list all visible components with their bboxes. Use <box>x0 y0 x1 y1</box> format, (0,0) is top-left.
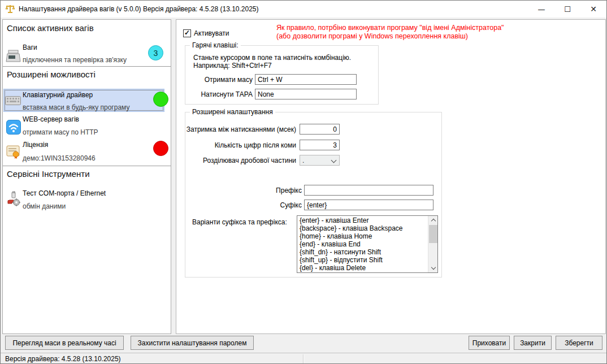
variants-label: Варіанти суфікса та префікса: <box>185 218 293 226</box>
suffix-label: Суфікс <box>185 201 302 209</box>
sidebar-header-service-tools: Сервісні Інструменти <box>7 169 90 179</box>
get-mass-hotkey-input[interactable] <box>255 74 357 85</box>
scales-app-icon <box>5 4 15 14</box>
sidebar-item-title: Ліцензія <box>23 141 48 149</box>
list-item[interactable]: {shift_up} - відпустити Shift <box>297 256 428 264</box>
hide-button[interactable]: Приховати <box>469 336 510 350</box>
list-item[interactable]: {F1}...{F12} - функціональні клавіші <box>297 272 428 272</box>
status-bar: Версія драйвера: 4.5.28 (13.10.2025) <box>1 353 606 364</box>
app-window: Налаштування драйвера вагів (v 5.0.0) Ве… <box>0 0 607 364</box>
sidebar-header-advanced: Розширені можливості <box>7 70 96 79</box>
decimal-separator-value: . <box>302 157 304 164</box>
driver-version-status: Версія драйвера: 4.5.28 (13.10.2025) <box>5 355 121 363</box>
advanced-settings-group: Розширені налаштування Затримка між нати… <box>185 112 442 278</box>
sidebar-item-subtitle: вставка маси в будь-яку програму <box>23 103 129 111</box>
tare-hotkey-input[interactable] <box>255 89 357 99</box>
window-controls: — ☐ ✕ <box>528 1 606 18</box>
variants-scrollbar[interactable] <box>428 216 437 272</box>
scroll-up-icon[interactable] <box>428 216 438 224</box>
list-item[interactable]: {end} - клавіша End <box>297 240 428 248</box>
sidebar-item-subtitle: демо:1WIN3153280946 <box>23 154 96 162</box>
sidebar-item-title: Клавіатурний драйвер <box>23 91 93 99</box>
activate-checkbox[interactable] <box>183 29 191 37</box>
view-mass-realtime-button[interactable]: Перегляд маси в реальному часі <box>5 336 124 350</box>
sidebar-divider <box>3 66 171 67</box>
get-mass-label: Отримати масу <box>185 76 253 84</box>
hotkeys-hint-1: Станьте курсором в поле та натисніть ком… <box>193 54 351 62</box>
sidebar-item-subtitle: підключення та перевірка зв'язку <box>23 56 127 64</box>
hotkeys-group-title: Гарячі клавіші: <box>190 41 241 49</box>
variants-list: {enter} - клавіша Enter {backspace} - кл… <box>297 216 428 272</box>
sidebar-item-title: Тест COM-порта / Ethernet <box>23 189 106 197</box>
delay-input[interactable] <box>300 124 340 135</box>
maximize-button[interactable]: ☐ <box>554 1 580 18</box>
com-port-icon <box>6 191 22 209</box>
prefix-input[interactable] <box>304 185 433 196</box>
scroll-down-icon[interactable] <box>428 264 438 272</box>
suffix-input[interactable] <box>304 200 433 210</box>
close-button[interactable]: ✕ <box>580 1 606 18</box>
sidebar-item-subtitle: отримати масу по HTTP <box>23 128 98 136</box>
tare-label: Натиснути ТАРА <box>185 90 253 98</box>
sidebar-item-title: WEB-сервер вагів <box>23 115 79 123</box>
minimize-button[interactable]: — <box>528 1 554 18</box>
main-panel: Активувати Як правило, потрбіно виконува… <box>176 19 606 334</box>
list-item[interactable]: {del} - клавіша Delete <box>297 264 428 272</box>
variants-listbox[interactable]: {enter} - клавіша Enter {backspace} - кл… <box>297 215 438 273</box>
activate-label: Активувати <box>194 29 229 37</box>
list-item[interactable]: {shift_dn} - натсинути Shift <box>297 248 428 256</box>
sidebar-divider <box>3 166 171 166</box>
protect-settings-button[interactable]: Захистити налаштування паролем <box>131 336 254 350</box>
hotkeys-group: Гарячі клавіші: Станьте курсором в поле … <box>185 45 379 105</box>
digits-label: Кількість цифр після коми <box>185 141 296 149</box>
window-title: Налаштування драйвера вагів (v 5.0.0) Ве… <box>19 1 259 18</box>
close-window-button[interactable]: Закрити <box>514 336 552 350</box>
title-bar: Налаштування драйвера вагів (v 5.0.0) Ве… <box>1 1 606 18</box>
wifi-icon <box>6 120 21 137</box>
sidebar-item-title: Ваги <box>23 44 37 51</box>
certificate-icon <box>6 145 21 162</box>
digits-input[interactable] <box>300 140 340 150</box>
scales-count-badge: 3 <box>148 45 163 60</box>
delay-label: Затримка між натисканнями (мсек) <box>185 125 296 133</box>
advanced-group-title: Розширені налаштування <box>190 108 275 116</box>
list-item[interactable]: {enter} - клавіша Enter <box>297 216 428 224</box>
sidebar-item-subtitle: обмін даними <box>23 202 66 210</box>
status-bar-divider <box>303 354 304 364</box>
hotkeys-hint-2: Наприклад: Shift+Ctrl+F7 <box>193 62 272 70</box>
prefix-label: Префікс <box>185 187 302 194</box>
sidebar-header-active-scales: Список активних вагів <box>7 23 94 33</box>
save-button[interactable]: Зберегти <box>556 336 602 350</box>
list-item[interactable]: {home} - клавіша Home <box>297 232 428 240</box>
list-item[interactable]: {backspace} - клавіша Backspace <box>297 224 428 232</box>
keyboard-icon <box>5 96 21 107</box>
sidebar: Список активних вагів Ваги підключення т… <box>2 19 171 334</box>
decimal-separator-select[interactable]: . <box>300 155 340 166</box>
chevron-down-icon <box>331 158 337 163</box>
license-status-dot <box>153 141 168 156</box>
admin-warning-text: Як правило, потрбіно виконувати програму… <box>276 24 604 41</box>
scrollbar-thumb[interactable] <box>429 225 437 243</box>
keyboard-driver-status-dot <box>153 92 168 107</box>
scale-device-icon <box>5 48 22 66</box>
decimal-separator-label: Розділювач дробової частини <box>185 157 296 164</box>
